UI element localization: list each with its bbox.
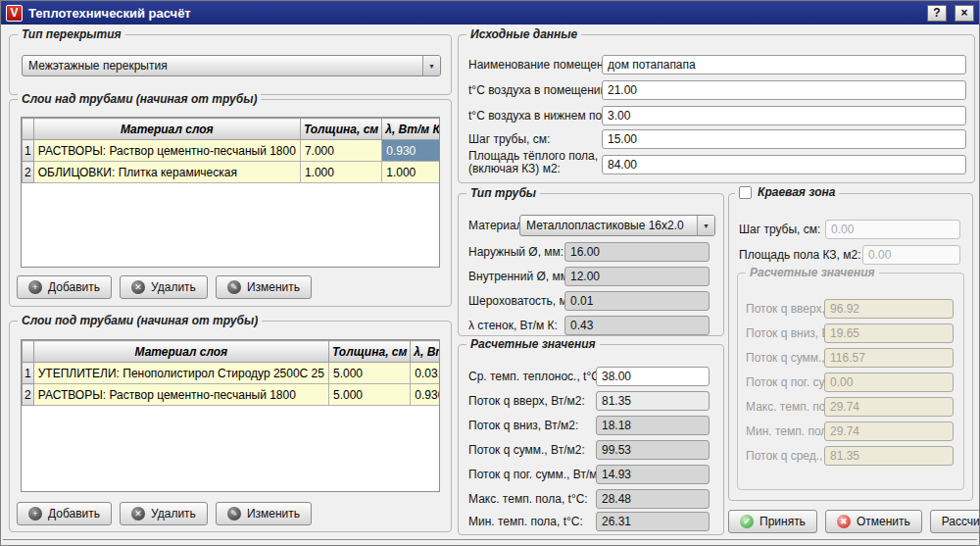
flow-linear-label: Поток q пог. сумм., Вт/м.п.: [468,468,613,481]
accept-icon: ✔ [740,515,754,528]
inner-diameter-label: Внутренний Ø, мм: [468,270,571,283]
coolant-temp-label: Ср. темп. теплонос., t°C: [468,370,603,383]
layers-below-actions: + Добавить ✕ Удалить ✎ Изменить [17,502,312,525]
edge-zone-legend: Краевая зона [735,185,839,199]
column-header-thickness: Толщина, см [328,341,410,363]
edge-flow-down-field [824,323,954,343]
floor-area-label: Площадь тёплого пола,(включая КЗ) м2: [468,150,598,175]
table-row[interactable]: 1 УТЕПЛИТЕЛИ: Пенополистирол Стиродур 25… [23,363,441,384]
pipe-step-input[interactable] [602,129,966,149]
window-title: Теплотехнический расчёт [28,6,919,21]
accept-button[interactable]: ✔ Принять [728,510,817,533]
edge-pipe-step-field [825,220,960,239]
edge-flow-sum-field [824,348,954,368]
wall-lambda-label: λ стенок, Вт/м К: [468,319,558,332]
cell-thickness[interactable]: 5.000 [328,384,410,406]
edit-layer-button[interactable]: ✎ Изменить [216,502,312,525]
app-logo-icon: V [6,5,23,22]
layers-below-table: Материал слоя Толщина, см λ, Вт/м К 1 УТ… [21,339,440,492]
layers-below-group: Слои под трубами (начиная от трубы) Мате… [9,321,452,532]
room-temp-input[interactable] [602,80,966,100]
layers-above-table: Материал слоя Толщина, см λ, Вт/м К 1 РА… [21,117,440,268]
dialog-actions: ✔ Принять ✖ Отменить Рассчитать [728,510,980,533]
pipe-type-group: Тип трубы Материал: Металлопластиковые 1… [458,193,724,336]
add-layer-button[interactable]: + Добавить [17,502,112,525]
add-layer-label: Добавить [48,280,100,294]
window-bottom-edge [3,539,977,540]
room-temp-label: t°C воздуха в помещении: [468,83,611,97]
pipe-material-value: Металлопластиковые 16x2.0 [526,219,697,232]
column-header-material: Материал слоя [33,341,328,363]
max-floor-temp-field [596,489,710,509]
delete-layer-label: Удалить [151,280,196,294]
pipe-step-label: Шаг трубы, см: [468,132,550,146]
table-row[interactable]: 2 РАСТВОРЫ: Раствор цементно-песчаный 18… [23,384,441,406]
floor-type-combobox[interactable]: Межэтажные перекрытия ▼ [22,55,441,76]
edge-min-floor-temp-field [824,422,954,441]
delete-icon: ✕ [131,280,145,294]
initial-data-group: Исходные данные Наименование помещение: … [458,34,975,183]
pipe-material-combobox[interactable]: Металлопластиковые 16x2.0 ▼ [519,215,715,236]
edge-flow-linear-field [824,372,954,392]
edit-layer-label: Изменить [247,507,300,521]
row-number: 1 [23,363,34,384]
cell-material[interactable]: РАСТВОРЫ: Раствор цементно-песчаный 1800 [33,384,328,406]
table-row[interactable]: 2 ОБЛИЦОВКИ: Плитка керамическая 1.000 1… [23,162,441,183]
column-header-material: Материал слоя [33,119,300,140]
cell-lambda[interactable]: 1.000 [382,162,440,183]
calc-values-group: Расчетные значения Ср. темп. теплонос., … [458,344,724,535]
pipe-material-label: Материал: [468,219,526,232]
cancel-button[interactable]: ✖ Отменить [825,510,922,533]
outer-diameter-field [564,242,710,262]
floor-type-group: Тип перекрытия Межэтажные перекрытия ▼ [9,34,452,95]
lower-room-temp-input[interactable] [602,106,966,125]
flow-up-field [596,391,710,411]
min-floor-temp-field [596,512,710,531]
floor-area-input[interactable] [602,155,966,174]
room-name-input[interactable] [602,55,966,74]
delete-layer-button[interactable]: ✕ Удалить [120,275,208,299]
chevron-down-icon[interactable]: ▼ [422,56,440,75]
edge-zone-checkbox[interactable] [739,186,752,199]
cell-lambda-selected[interactable]: 0.930 [382,140,440,162]
cell-material[interactable]: УТЕПЛИТЕЛИ: Пенополистирол Стиродур 2500… [33,363,328,384]
layers-below-legend: Слои под трубами (начиная от трубы) [18,314,262,327]
add-icon: + [28,280,42,294]
edge-flow-up-field [824,299,954,319]
edge-zone-group: Краевая зона Шаг трубы, см: Площадь пола… [728,193,973,501]
delete-layer-button[interactable]: ✕ Удалить [120,502,208,525]
cell-thickness[interactable]: 5.000 [328,363,410,384]
min-floor-temp-label: Мин. темп. пола, t°C: [468,515,583,528]
edge-flow-avg-field [824,446,954,466]
edge-pipe-step-label: Шаг трубы, см: [739,223,820,236]
help-button[interactable]: ? [927,5,947,22]
initial-data-legend: Исходные данные [466,27,581,41]
add-layer-button[interactable]: + Добавить [17,275,112,299]
cancel-label: Отменить [857,515,910,528]
table-row[interactable]: 1 РАСТВОРЫ: Раствор цементно-песчаный 18… [23,140,441,162]
title-bar: V Теплотехнический расчёт ? × [1,1,979,25]
cell-lambda[interactable]: 0.031 [411,363,440,384]
flow-sum-label: Поток q сумм., Вт/м2: [468,443,585,457]
edit-layer-button[interactable]: ✎ Изменить [216,275,312,299]
delete-layer-label: Удалить [151,507,196,521]
cell-thickness[interactable]: 1.000 [300,162,381,183]
room-name-label: Наименование помещение: [468,58,619,72]
column-header-lambda: λ, Вт/м К [411,341,440,363]
cell-material[interactable]: РАСТВОРЫ: Раствор цементно-песчаный 1800 [33,140,300,162]
flow-up-label: Поток q вверх, Вт/м2: [468,394,585,408]
cell-thickness[interactable]: 7.000 [300,140,381,162]
layers-above-actions: + Добавить ✕ Удалить ✎ Изменить [17,275,312,299]
edge-calc-values-group: Расчетные значения Поток q вверх, Вт/м2:… [737,273,964,490]
calculate-label: Рассчитать [942,515,980,528]
close-button[interactable]: × [955,5,974,22]
cell-material[interactable]: ОБЛИЦОВКИ: Плитка керамическая [33,162,300,183]
accept-label: Принять [760,515,806,528]
add-icon: + [28,507,42,521]
edit-icon: ✎ [227,280,241,294]
chevron-down-icon[interactable]: ▼ [697,216,714,235]
calculate-button[interactable]: Рассчитать [930,510,980,533]
coolant-temp-input[interactable] [596,367,710,386]
cell-lambda[interactable]: 0.930 [411,384,440,406]
pipe-type-legend: Тип трубы [466,186,540,200]
